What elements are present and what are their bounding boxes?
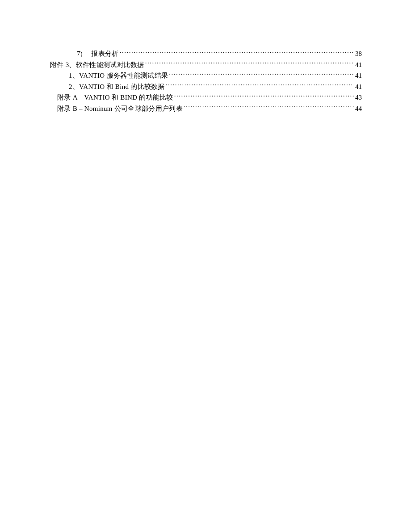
toc-leader-dots [166, 82, 354, 89]
toc-leader-dots [145, 60, 354, 67]
toc-container: 7) 报表分析 38 附件 3、软件性能测试对比数据 41 1、VANTIO 服… [50, 48, 362, 114]
toc-entry: 附件 3、软件性能测试对比数据 41 [50, 59, 362, 71]
toc-text: 附录 A – VANTIO 和 BIND 的功能比较 [57, 92, 173, 103]
toc-leader-dots [184, 104, 354, 111]
toc-page-number: 38 [355, 48, 362, 59]
toc-entry: 附录 B – Nominum 公司全球部分用户列表 44 [50, 103, 362, 114]
toc-text: 1、VANTIO 服务器性能测试结果 [69, 70, 168, 81]
toc-entry: 7) 报表分析 38 [50, 48, 362, 59]
toc-page-number: 41 [355, 59, 362, 71]
toc-text: 7) 报表分析 [77, 48, 119, 59]
toc-entry: 附录 A – VANTIO 和 BIND 的功能比较 43 [50, 92, 362, 103]
toc-text: 附件 3、软件性能测试对比数据 [50, 59, 144, 71]
toc-leader-dots [169, 71, 354, 78]
toc-page-number: 43 [355, 92, 362, 103]
toc-leader-dots [174, 93, 354, 100]
toc-leader-dots [120, 49, 354, 56]
toc-text: 2、VANTIO 和 Bind 的比较数据 [69, 81, 165, 92]
toc-page-number: 41 [355, 70, 362, 81]
toc-page-number: 44 [355, 103, 362, 114]
toc-entry: 2、VANTIO 和 Bind 的比较数据 41 [50, 81, 362, 92]
toc-page-number: 41 [355, 81, 362, 92]
toc-entry: 1、VANTIO 服务器性能测试结果 41 [50, 70, 362, 81]
toc-text: 附录 B – Nominum 公司全球部分用户列表 [57, 103, 183, 114]
